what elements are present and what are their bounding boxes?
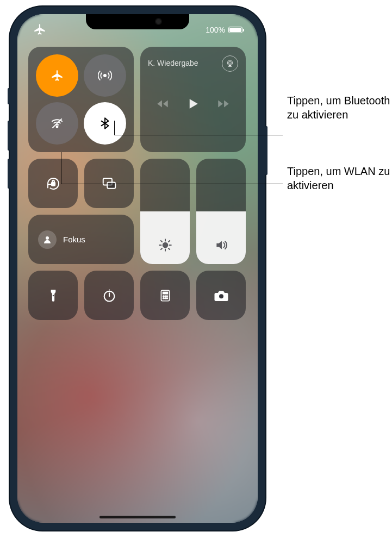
battery-icon <box>228 27 242 33</box>
svg-point-1 <box>56 126 58 128</box>
camera-button[interactable] <box>196 271 246 320</box>
callout-bluetooth: Tippen, um Bluetooth zu aktivieren <box>287 93 392 122</box>
svg-point-19 <box>166 297 167 298</box>
calculator-button[interactable] <box>140 271 190 320</box>
volume-icon <box>214 238 228 254</box>
notch <box>86 14 189 29</box>
screen: 100% <box>17 14 258 523</box>
control-center: K. Wiedergabe <box>28 47 247 327</box>
svg-point-15 <box>164 296 165 297</box>
brightness-icon <box>158 238 172 254</box>
flashlight-button[interactable] <box>28 271 78 320</box>
mute-switch <box>8 88 10 104</box>
wifi-toggle[interactable] <box>36 102 78 145</box>
focus-label: Fokus <box>63 235 85 244</box>
home-indicator[interactable] <box>99 516 176 518</box>
svg-point-20 <box>219 294 223 298</box>
svg-point-4 <box>229 61 232 64</box>
phone-frame: 100% <box>10 7 265 530</box>
play-button[interactable] <box>185 96 201 114</box>
volume-up-button <box>8 121 10 151</box>
callout-line-wifi <box>61 184 283 184</box>
volume-slider[interactable] <box>196 159 246 264</box>
bluetooth-toggle[interactable] <box>84 102 126 145</box>
side-button <box>265 126 267 175</box>
svg-point-14 <box>163 296 164 297</box>
cellular-data-toggle[interactable] <box>84 54 126 97</box>
svg-rect-13 <box>163 292 167 293</box>
connectivity-module <box>28 47 134 152</box>
next-track-button[interactable] <box>216 97 231 113</box>
callout-line-bluetooth-v <box>114 121 115 135</box>
callout-line-wifi-v <box>61 152 61 184</box>
callout-wifi: Tippen, um WLAN zu aktivieren <box>287 164 392 192</box>
media-module[interactable]: K. Wiedergabe <box>140 47 246 152</box>
battery-percent: 100% <box>206 26 225 34</box>
airplane-status-icon <box>33 22 47 38</box>
svg-rect-7 <box>107 182 115 188</box>
person-icon <box>38 230 57 249</box>
airplay-icon[interactable] <box>222 55 238 72</box>
volume-down-button <box>8 159 10 189</box>
media-title: K. Wiedergabe <box>148 59 198 67</box>
prev-track-button[interactable] <box>155 97 170 113</box>
svg-point-9 <box>163 243 167 248</box>
svg-rect-5 <box>51 182 54 185</box>
timer-button[interactable] <box>84 271 134 320</box>
svg-point-18 <box>164 297 165 298</box>
callout-line-bluetooth <box>114 135 283 135</box>
airplane-mode-toggle[interactable] <box>36 54 78 97</box>
svg-point-0 <box>104 74 106 77</box>
svg-point-16 <box>166 296 167 297</box>
focus-button[interactable]: Fokus <box>28 215 134 264</box>
svg-point-10 <box>52 295 54 296</box>
svg-point-17 <box>163 297 164 298</box>
svg-point-8 <box>46 236 49 240</box>
brightness-slider[interactable] <box>140 159 190 264</box>
